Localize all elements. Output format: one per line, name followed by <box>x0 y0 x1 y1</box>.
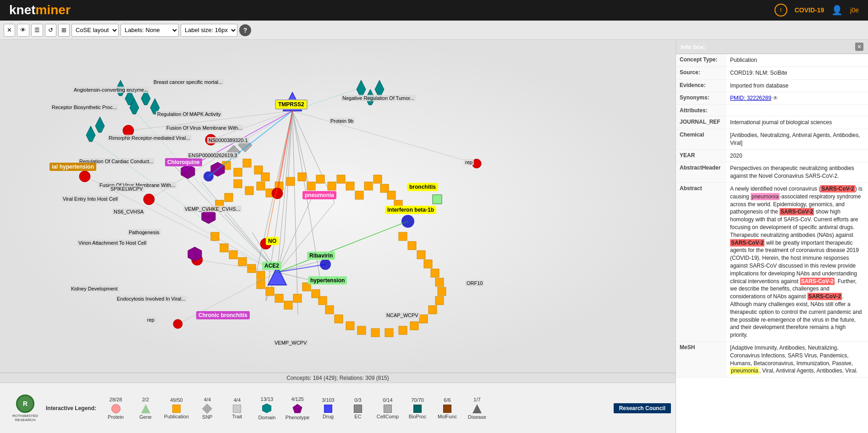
legend-shape-phenotype <box>292 404 302 414</box>
sars-cov2-highlight-2: SARS-CoV-2 <box>780 208 814 215</box>
legend-item-disease[interactable]: 1/7 Disease <box>462 395 492 422</box>
svg-rect-37 <box>364 182 373 190</box>
legend-shape-drug <box>324 405 332 413</box>
legend-count-cellcomp: 0/14 <box>383 397 392 403</box>
labelsize-select[interactable]: Label size: 16px Label size: 12px Label … <box>181 24 237 37</box>
svg-rect-43 <box>408 241 416 250</box>
info-box: Info box: ✕ Concept Type: Publication So… <box>676 40 868 433</box>
legend-name-ec: EC <box>354 414 361 419</box>
status-text: Concepts: 184 (429); Relations: 309 (815… <box>286 375 389 381</box>
legend-bar: R ROTHAMSTEDRESEARCH Interactive Legend:… <box>0 383 676 433</box>
source-label: Source: <box>676 66 726 79</box>
toolbar: ✕ 👁 ☰ ↺ ⊞ CoSE layout Force layout Circl… <box>0 21 868 40</box>
info-table: Concept Type: Publication Source: CORD19… <box>676 54 868 378</box>
legend-count-molfunc: 6/6 <box>444 397 450 403</box>
pneumonia-highlight-mesh: pneumonia <box>730 367 759 374</box>
sars-cov2-highlight-3: SARS-CoV-2 <box>730 239 764 247</box>
legend-item-snp[interactable]: 4/4 SNP <box>192 395 222 422</box>
help-button[interactable]: ? <box>239 24 251 36</box>
svg-rect-69 <box>220 244 228 252</box>
legend-item-gene[interactable]: 2/2 Gene <box>131 395 160 422</box>
legend-item-phenotype[interactable]: 4/125 Phenotype <box>282 395 313 422</box>
svg-rect-56 <box>357 326 366 334</box>
legend-name-phenotype: Phenotype <box>286 415 310 420</box>
covid-badge-icon: ! <box>775 4 787 16</box>
eye-icon[interactable]: 👁 <box>773 95 778 101</box>
graph-area[interactable]: TMPRSS2 Chloroquine bronchitis pneumonia… <box>0 40 676 433</box>
legend-item-trait[interactable]: 4/4 Trait <box>222 395 252 421</box>
svg-rect-26 <box>257 182 265 190</box>
svg-rect-30 <box>298 173 306 181</box>
svg-rect-23 <box>261 173 269 181</box>
main-content: TMPRSS2 Chloroquine bronchitis pneumonia… <box>0 40 868 433</box>
legend-name-domain: Domain <box>258 415 275 420</box>
mesh-label: MeSH <box>676 341 726 377</box>
svg-rect-58 <box>335 315 343 323</box>
source-row: Source: CORD19: NLM: SciBite <box>676 66 868 79</box>
legend-name-gene: Gene <box>139 414 152 420</box>
chemical-value: [Antibodies, Neutralizing, Antiviral Age… <box>726 129 868 149</box>
svg-rect-20 <box>234 168 242 176</box>
legend-count-ec: 0/3 <box>354 397 361 403</box>
svg-rect-36 <box>355 191 363 199</box>
svg-rect-53 <box>399 326 407 334</box>
eye-button[interactable]: 👁 <box>17 24 29 37</box>
partner-logos: Research Council <box>614 403 671 413</box>
legend-item-cellcomp[interactable]: 0/14 CellComp <box>373 395 402 421</box>
legend-count-gene: 2/2 <box>142 397 149 402</box>
user-icon: 👤 <box>831 5 843 16</box>
svg-rect-32 <box>316 175 324 183</box>
list-button[interactable]: ☰ <box>31 24 43 37</box>
layout-select[interactable]: CoSE layout Force layout Circle layout G… <box>71 24 119 37</box>
legend-name-snp: SNP <box>202 414 213 420</box>
attributes-row: Attributes: <box>676 105 868 116</box>
status-bar: Concepts: 184 (429); Relations: 309 (815… <box>0 373 676 383</box>
legend-count-phenotype: 4/125 <box>291 396 304 402</box>
journal-ref-row: JOURNAL_REF International journal of bio… <box>676 116 868 129</box>
legend-count-bioproc: 70/70 <box>411 397 424 403</box>
svg-rect-29 <box>286 177 295 186</box>
legend-item-molfunc[interactable]: 6/6 MolFunc <box>432 395 462 421</box>
legend-shape-cellcomp <box>384 405 392 413</box>
svg-rect-55 <box>371 329 379 337</box>
svg-rect-63 <box>293 294 302 302</box>
svg-rect-105 <box>433 195 442 204</box>
svg-rect-64 <box>284 301 292 309</box>
svg-rect-50 <box>429 306 437 314</box>
sars-cov2-highlight-4: SARS-CoV-2 <box>800 278 835 285</box>
svg-rect-49 <box>435 296 444 305</box>
legend-shape-protein <box>111 404 121 413</box>
info-box-close-button[interactable]: ✕ <box>855 43 863 51</box>
labels-select[interactable]: Labels: None Labels: All Labels: Selecte… <box>121 24 179 37</box>
legend-shape-publication <box>172 405 181 413</box>
svg-rect-31 <box>307 182 315 190</box>
svg-rect-65 <box>275 294 283 302</box>
journal-ref-value: International journal of biological scie… <box>726 116 868 129</box>
legend-name-disease: Disease <box>468 414 486 420</box>
legend-item-publication[interactable]: 49/50 Publication <box>160 395 192 421</box>
svg-rect-44 <box>417 251 425 259</box>
legend-shape-snp <box>202 403 213 414</box>
svg-rect-25 <box>245 186 253 195</box>
chemical-label: Chemical <box>676 129 726 149</box>
svg-rect-68 <box>211 232 219 241</box>
svg-rect-38 <box>374 175 382 183</box>
svg-rect-75 <box>215 200 224 208</box>
legend-name-drug: Drug <box>323 414 334 419</box>
legend-item-protein[interactable]: 28/28 Protein <box>101 395 131 422</box>
svg-rect-24 <box>234 180 242 188</box>
refresh-button[interactable]: ↺ <box>45 24 56 37</box>
evidence-value: Imported from database <box>726 79 868 92</box>
legend-item-ec[interactable]: 0/3 EC <box>343 395 373 421</box>
legend-name-cellcomp: CellComp <box>377 414 399 419</box>
legend-item-domain[interactable]: 13/13 Domain <box>252 395 282 422</box>
close-button[interactable]: ✕ <box>4 24 15 37</box>
legend-item-bioproc[interactable]: 70/70 BioProc <box>402 395 432 421</box>
legend-item-drug[interactable]: 3/103 Drug <box>313 395 343 421</box>
svg-rect-48 <box>438 287 446 296</box>
grid-button[interactable]: ⊞ <box>58 24 70 37</box>
svg-rect-51 <box>419 315 428 323</box>
svg-rect-35 <box>346 182 354 190</box>
pmid-link[interactable]: PMID: 32226289 <box>730 95 771 101</box>
legend-count-publication: 49/50 <box>170 397 183 403</box>
